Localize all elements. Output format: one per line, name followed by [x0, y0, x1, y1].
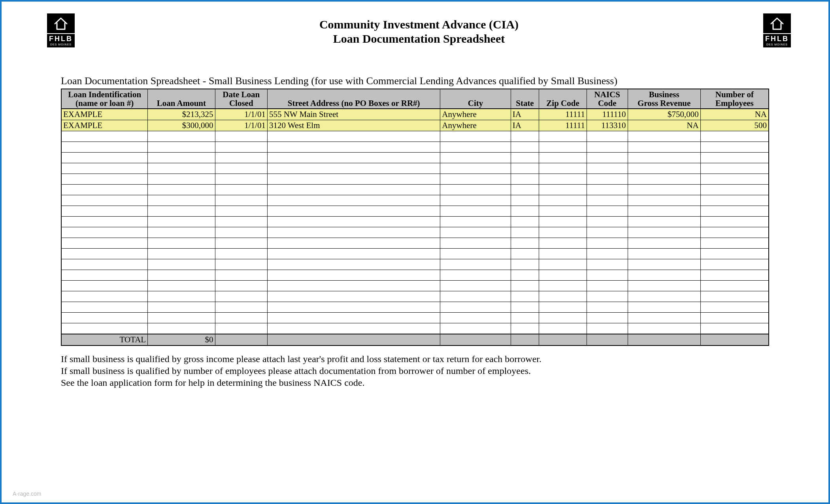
- cell-amount[interactable]: [148, 313, 215, 323]
- cell-revenue[interactable]: [628, 163, 700, 174]
- cell-date_closed[interactable]: [215, 206, 267, 217]
- cell-city[interactable]: [440, 313, 511, 323]
- cell-city[interactable]: [440, 227, 511, 238]
- cell-amount[interactable]: [148, 291, 215, 302]
- cell-revenue[interactable]: [628, 259, 700, 270]
- cell-address[interactable]: [267, 131, 440, 142]
- cell-loan_id[interactable]: [61, 249, 148, 259]
- cell-state[interactable]: [511, 259, 539, 270]
- cell-amount[interactable]: [148, 302, 215, 313]
- cell-state[interactable]: [511, 302, 539, 313]
- cell-state[interactable]: [511, 206, 539, 217]
- cell-address[interactable]: [267, 259, 440, 270]
- cell-city[interactable]: [440, 131, 511, 142]
- cell-revenue[interactable]: [628, 313, 700, 323]
- cell-loan_id[interactable]: [61, 153, 148, 163]
- cell-date_closed[interactable]: [215, 185, 267, 195]
- cell-amount[interactable]: [148, 131, 215, 142]
- cell-address[interactable]: [267, 153, 440, 163]
- cell-state[interactable]: [511, 313, 539, 323]
- cell-naics[interactable]: [587, 153, 628, 163]
- cell-amount[interactable]: [148, 174, 215, 185]
- cell-amount[interactable]: [148, 259, 215, 270]
- cell-naics[interactable]: [587, 206, 628, 217]
- cell-employees[interactable]: [700, 174, 769, 185]
- cell-city[interactable]: [440, 291, 511, 302]
- cell-employees[interactable]: [700, 281, 769, 291]
- cell-address[interactable]: [267, 270, 440, 281]
- cell-loan_id[interactable]: [61, 281, 148, 291]
- cell-zip[interactable]: [539, 227, 587, 238]
- cell-city[interactable]: [440, 195, 511, 206]
- cell-revenue[interactable]: [628, 302, 700, 313]
- cell-date_closed[interactable]: [215, 142, 267, 153]
- cell-state[interactable]: [511, 270, 539, 281]
- cell-naics[interactable]: [587, 249, 628, 259]
- cell-state[interactable]: [511, 238, 539, 249]
- cell-city[interactable]: [440, 270, 511, 281]
- cell-naics[interactable]: [587, 174, 628, 185]
- cell-city[interactable]: [440, 281, 511, 291]
- cell-amount[interactable]: [148, 281, 215, 291]
- cell-employees[interactable]: [700, 185, 769, 195]
- cell-state[interactable]: [511, 323, 539, 334]
- cell-loan_id[interactable]: [61, 313, 148, 323]
- cell-zip[interactable]: [539, 323, 587, 334]
- cell-city[interactable]: [440, 323, 511, 334]
- cell-revenue[interactable]: [628, 249, 700, 259]
- cell-employees[interactable]: [700, 259, 769, 270]
- cell-revenue[interactable]: [628, 217, 700, 227]
- cell-city[interactable]: [440, 217, 511, 227]
- cell-naics[interactable]: [587, 313, 628, 323]
- cell-naics[interactable]: [587, 238, 628, 249]
- cell-employees[interactable]: [700, 323, 769, 334]
- cell-city[interactable]: [440, 174, 511, 185]
- cell-employees[interactable]: [700, 291, 769, 302]
- cell-address[interactable]: [267, 291, 440, 302]
- cell-date_closed[interactable]: [215, 217, 267, 227]
- cell-naics[interactable]: [587, 270, 628, 281]
- cell-revenue[interactable]: [628, 323, 700, 334]
- cell-state[interactable]: [511, 227, 539, 238]
- cell-address[interactable]: [267, 206, 440, 217]
- cell-revenue[interactable]: [628, 291, 700, 302]
- cell-address[interactable]: [267, 323, 440, 334]
- cell-revenue[interactable]: [628, 195, 700, 206]
- cell-loan_id[interactable]: [61, 291, 148, 302]
- cell-date_closed[interactable]: [215, 131, 267, 142]
- cell-zip[interactable]: [539, 313, 587, 323]
- cell-loan_id[interactable]: [61, 195, 148, 206]
- cell-address[interactable]: [267, 217, 440, 227]
- cell-employees[interactable]: [700, 313, 769, 323]
- cell-amount[interactable]: [148, 153, 215, 163]
- cell-city[interactable]: [440, 185, 511, 195]
- cell-address[interactable]: [267, 302, 440, 313]
- cell-date_closed[interactable]: [215, 227, 267, 238]
- cell-employees[interactable]: [700, 217, 769, 227]
- cell-employees[interactable]: [700, 302, 769, 313]
- cell-loan_id[interactable]: [61, 163, 148, 174]
- cell-naics[interactable]: [587, 185, 628, 195]
- cell-naics[interactable]: [587, 259, 628, 270]
- cell-naics[interactable]: [587, 302, 628, 313]
- cell-naics[interactable]: [587, 227, 628, 238]
- cell-revenue[interactable]: [628, 174, 700, 185]
- cell-zip[interactable]: [539, 249, 587, 259]
- cell-city[interactable]: [440, 142, 511, 153]
- cell-revenue[interactable]: [628, 281, 700, 291]
- cell-date_closed[interactable]: [215, 163, 267, 174]
- cell-date_closed[interactable]: [215, 302, 267, 313]
- cell-amount[interactable]: [148, 238, 215, 249]
- cell-zip[interactable]: [539, 302, 587, 313]
- cell-loan_id[interactable]: [61, 227, 148, 238]
- cell-state[interactable]: [511, 142, 539, 153]
- cell-revenue[interactable]: [628, 185, 700, 195]
- cell-address[interactable]: [267, 185, 440, 195]
- cell-revenue[interactable]: [628, 131, 700, 142]
- cell-city[interactable]: [440, 249, 511, 259]
- cell-employees[interactable]: [700, 153, 769, 163]
- cell-amount[interactable]: [148, 249, 215, 259]
- cell-city[interactable]: [440, 153, 511, 163]
- cell-date_closed[interactable]: [215, 323, 267, 334]
- cell-address[interactable]: [267, 227, 440, 238]
